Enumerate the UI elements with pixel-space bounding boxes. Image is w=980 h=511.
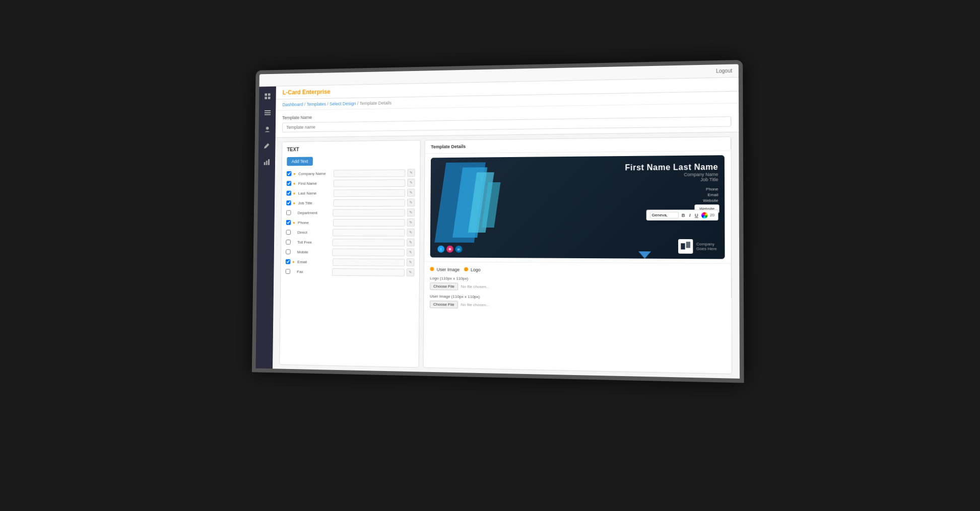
field-edit-direct[interactable]: ✎ (407, 228, 415, 236)
field-checkbox-last-name[interactable] (286, 190, 291, 195)
breadcrumb-templates[interactable]: Templates (306, 101, 326, 106)
card-logo-text: CompanyGoes Here (696, 242, 716, 251)
bold-button[interactable]: B (680, 212, 686, 218)
linkedin-icon: in (455, 245, 462, 252)
font-family-select[interactable] (649, 211, 678, 218)
field-row-toll-free: Toll Free ✎ (286, 238, 414, 246)
text-panel-title: TEXT (287, 145, 415, 152)
breadcrumb-select-design[interactable]: Select Design (329, 101, 356, 106)
field-edit-department[interactable]: ✎ (407, 208, 415, 216)
field-edit-first-name[interactable]: ✎ (407, 179, 415, 187)
field-edit-phone[interactable]: ✎ (407, 218, 415, 227)
sidebar-icon-chart[interactable] (262, 157, 271, 167)
field-checkbox-department[interactable] (286, 210, 291, 215)
svg-rect-0 (264, 93, 267, 96)
app-logo: L-Card Enterprise (282, 88, 330, 96)
card-logo-icon (678, 239, 693, 253)
field-checkbox-fax[interactable] (285, 269, 290, 274)
card-phone: Phone (625, 186, 718, 192)
sidebar-icon-edit[interactable] (262, 140, 272, 150)
svg-rect-11 (681, 243, 685, 249)
field-input-email[interactable] (333, 258, 405, 266)
user-image-choose-file-button[interactable]: Choose File (429, 301, 458, 309)
field-edit-mobile[interactable]: ✎ (407, 248, 415, 256)
field-checkbox-job-title[interactable] (286, 200, 291, 205)
field-input-department[interactable] (333, 208, 405, 216)
svg-point-7 (266, 126, 269, 129)
field-row-fax: Fax ✎ (285, 267, 414, 276)
field-edit-toll-free[interactable]: ✎ (407, 238, 415, 246)
template-details-panel: Template Details (423, 136, 732, 374)
field-checkbox-email[interactable] (285, 259, 290, 264)
sidebar-icon-layers[interactable] (263, 108, 272, 118)
field-checkbox-company-name[interactable] (287, 171, 291, 176)
field-input-toll-free[interactable] (332, 238, 405, 246)
field-row-direct: Direct ✎ (286, 228, 414, 236)
field-row-first-name: ● First Name ✎ (286, 179, 415, 187)
underline-button[interactable]: U (693, 212, 699, 218)
field-row-email: ● Email ✎ (285, 257, 414, 266)
field-edit-email[interactable]: ✎ (406, 258, 414, 266)
card-contact: Phone Email Website (625, 186, 718, 204)
field-input-direct[interactable] (332, 229, 405, 236)
sidebar-icon-grid[interactable] (263, 91, 272, 101)
italic-button[interactable]: I (688, 212, 691, 218)
field-label-email: Email (297, 259, 331, 264)
logo-dot (464, 267, 468, 271)
field-edit-last-name[interactable]: ✎ (407, 188, 415, 196)
field-label-toll-free: Toll Free (297, 240, 330, 244)
field-label-job-title: Job Title (298, 200, 331, 205)
field-row-department: Department ✎ (286, 208, 415, 216)
logo-label: Logo (470, 267, 480, 272)
sidebar-icon-user[interactable] (262, 124, 272, 133)
breadcrumb-dashboard[interactable]: Dashboard (282, 102, 303, 107)
field-row-job-title: ● Job Title ✎ (286, 198, 415, 206)
logo-size-label: Logo (110px x 110px) (430, 276, 725, 283)
field-input-mobile[interactable] (332, 248, 405, 256)
field-label-fax: Fax (297, 269, 330, 273)
field-edit-job-title[interactable]: ✎ (407, 198, 415, 206)
field-checkbox-direct[interactable] (286, 230, 290, 235)
field-label-first-name: First Name (298, 181, 332, 185)
svg-rect-9 (266, 161, 267, 165)
logout-button[interactable]: Logout (715, 67, 732, 74)
svg-rect-5 (264, 112, 270, 113)
card-company: Company Name (625, 172, 718, 177)
field-row-last-name: ● Last Name ✎ (286, 188, 415, 197)
color-picker[interactable] (701, 212, 708, 218)
field-input-fax[interactable] (332, 268, 405, 276)
field-input-company-name[interactable] (333, 169, 405, 177)
field-label-direct: Direct (297, 230, 331, 234)
field-checkbox-first-name[interactable] (286, 181, 291, 186)
svg-rect-10 (268, 159, 270, 165)
user-image-label: User Image (436, 267, 460, 272)
field-label-department: Department (297, 210, 331, 214)
logo-upload-row: Logo (110px x 110px) Choose File No file… (430, 276, 725, 293)
instagram-icon: ◉ (446, 245, 453, 252)
logo-choose-file-button[interactable]: Choose File (430, 282, 458, 290)
text-fields-panel: TEXT Add Text ● Company Name ✎ (279, 140, 421, 368)
image-upload-section: User Image Logo Logo (110px x 110px) Cho… (424, 261, 732, 321)
field-input-phone[interactable] (333, 218, 405, 226)
add-text-button[interactable]: Add Text (287, 157, 313, 166)
svg-rect-4 (264, 110, 270, 111)
user-image-size-label: User Image (110px x 110px) (430, 294, 725, 302)
card-website: Website (625, 198, 718, 204)
field-input-last-name[interactable] (333, 189, 405, 196)
card-arrow (638, 251, 651, 258)
field-checkbox-phone[interactable] (286, 220, 290, 225)
svg-rect-3 (268, 96, 270, 99)
user-image-dot (430, 267, 434, 271)
field-checkbox-mobile[interactable] (286, 249, 290, 254)
field-checkbox-toll-free[interactable] (286, 239, 290, 244)
card-email: Email (625, 192, 718, 198)
field-edit-company-name[interactable]: ✎ (407, 169, 415, 177)
card-job-title: Job Title (625, 177, 718, 182)
field-input-first-name[interactable] (333, 179, 405, 186)
card-shapes (430, 156, 589, 258)
font-toolbar: B I U 20 (646, 209, 718, 221)
field-edit-fax[interactable]: ✎ (406, 268, 414, 276)
field-row-company-name: ● Company Name ✎ (286, 169, 415, 177)
field-input-job-title[interactable] (333, 199, 405, 206)
field-label-mobile: Mobile (297, 249, 330, 254)
